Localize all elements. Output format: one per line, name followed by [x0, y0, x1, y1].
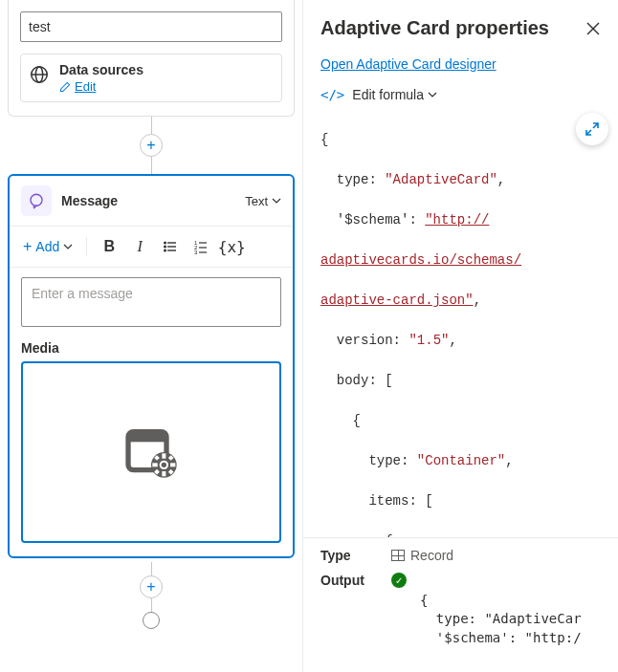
- svg-rect-23: [152, 463, 157, 466]
- svg-point-8: [165, 246, 166, 248]
- edit-link[interactable]: Edit: [59, 79, 143, 94]
- formula-editor[interactable]: { type: "AdaptiveCard", '$schema': "http…: [320, 110, 614, 537]
- svg-rect-17: [128, 432, 166, 443]
- edit-label: Edit: [75, 79, 96, 94]
- svg-point-7: [165, 242, 166, 244]
- message-icon-wrap: [21, 185, 52, 216]
- svg-rect-21: [162, 453, 166, 458]
- search-value: test: [29, 19, 51, 34]
- svg-rect-24: [170, 463, 175, 466]
- output-preview: { type: "AdaptiveCar '$schema': "http:/: [420, 573, 601, 666]
- message-mode-label: Text: [245, 194, 268, 208]
- svg-point-3: [31, 194, 42, 206]
- success-check-icon: ✓: [391, 573, 407, 588]
- pencil-icon: [59, 81, 71, 93]
- svg-point-9: [165, 249, 166, 251]
- top-node-card: test Data sources Edit: [8, 0, 295, 117]
- connector-2: +: [0, 562, 302, 629]
- media-box[interactable]: [21, 361, 281, 543]
- globe-icon: [29, 64, 50, 85]
- numbered-list-button[interactable]: 1 2 3: [187, 232, 215, 261]
- add-node-button-2[interactable]: +: [140, 575, 163, 598]
- message-mode-dropdown[interactable]: Text: [245, 194, 281, 208]
- code-tag-icon: </>: [320, 87, 344, 102]
- data-sources-text: Data sources Edit: [59, 62, 143, 94]
- message-input[interactable]: Enter a message: [21, 277, 281, 327]
- message-header: Message Text: [10, 176, 293, 227]
- output-label: Output: [320, 573, 378, 588]
- italic-button[interactable]: I: [125, 232, 154, 261]
- search-input[interactable]: test: [20, 11, 282, 42]
- add-node-button[interactable]: +: [140, 134, 163, 157]
- add-button[interactable]: + Add: [17, 234, 78, 259]
- connector-1: +: [0, 117, 302, 174]
- svg-point-29: [162, 463, 166, 467]
- data-sources-label: Data sources: [59, 62, 143, 77]
- message-toolbar: + Add B I 1 2 3 {x}: [10, 227, 293, 268]
- media-label: Media: [10, 336, 293, 361]
- chevron-down-icon: [428, 90, 437, 99]
- numbered-list-icon: 1 2 3: [193, 239, 209, 254]
- adaptive-card-placeholder-icon: [121, 422, 182, 483]
- chevron-down-icon: [63, 242, 73, 251]
- flow-canvas: test Data sources Edit +: [0, 0, 302, 672]
- output-row: Output ✓ { type: "AdaptiveCar '$schema':…: [303, 569, 618, 672]
- message-title: Message: [61, 193, 235, 208]
- edit-formula-dropdown[interactable]: Edit formula: [352, 87, 437, 102]
- message-node[interactable]: Message Text + Add B I: [8, 174, 295, 558]
- edit-formula-label: Edit formula: [352, 87, 424, 102]
- svg-rect-22: [162, 471, 166, 476]
- message-placeholder: Enter a message: [32, 286, 133, 301]
- chevron-down-icon: [272, 196, 281, 206]
- svg-text:3: 3: [194, 249, 198, 254]
- variable-button[interactable]: {x}: [217, 232, 246, 261]
- record-icon: [391, 550, 405, 561]
- formula-bar: </> Edit formula: [303, 81, 618, 110]
- end-node-icon: [143, 612, 160, 629]
- panel-title: Adaptive Card properties: [320, 17, 578, 39]
- data-sources-row[interactable]: Data sources Edit: [20, 54, 282, 102]
- properties-panel: Adaptive Card properties Open Adaptive C…: [302, 0, 618, 672]
- type-label: Type: [320, 548, 378, 563]
- add-label: Add: [35, 239, 59, 254]
- open-designer-link[interactable]: Open Adaptive Card designer: [303, 47, 618, 81]
- type-row: Type Record: [303, 537, 618, 569]
- bold-button[interactable]: B: [95, 232, 123, 261]
- list-icon: [163, 239, 178, 254]
- bulleted-list-button[interactable]: [156, 232, 185, 261]
- panel-header: Adaptive Card properties: [303, 0, 618, 47]
- message-icon: [28, 192, 45, 209]
- type-value: Record: [391, 548, 453, 563]
- close-icon[interactable]: [585, 21, 601, 36]
